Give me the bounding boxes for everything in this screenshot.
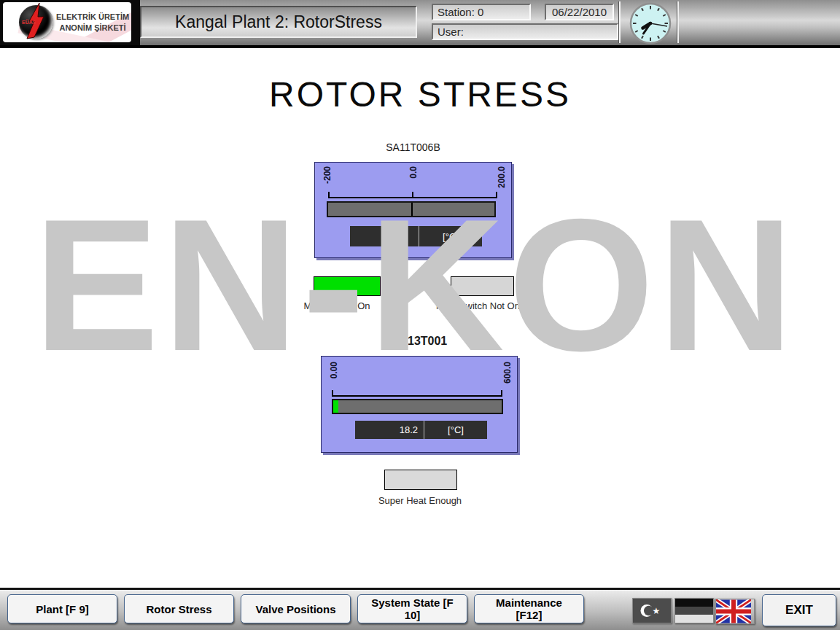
gauge2-tag: SA13T001 bbox=[321, 335, 518, 348]
gauge1-scale-max: 200.0 bbox=[497, 166, 507, 188]
euas-badge-text: EÜAŞ bbox=[22, 20, 36, 25]
gauge1-zero-marker bbox=[411, 203, 413, 216]
euas-logo-panel: EÜAŞ ELEKTRİK ÜRETİM ANONİM ŞİRKETİ bbox=[3, 2, 131, 42]
clock-icon bbox=[628, 2, 673, 47]
system-state-button[interactable]: System State [F 10] bbox=[357, 594, 467, 623]
gauge2-value-box: 18.2 [°C] bbox=[355, 421, 487, 439]
svg-text:★: ★ bbox=[653, 606, 661, 616]
gauge1-bar bbox=[327, 201, 496, 217]
super-heat-label: Super Heat Enough bbox=[347, 495, 493, 506]
logo-area: EÜAŞ ELEKTRİK ÜRETİM ANONİM ŞİRKETİ bbox=[0, 0, 140, 45]
gauge2-unit: [°C] bbox=[424, 421, 487, 439]
main-switch-on-lamp bbox=[314, 276, 381, 296]
top-bar: EÜAŞ ELEKTRİK ÜRETİM ANONİM ŞİRKETİ Kang… bbox=[0, 0, 840, 48]
gauge1-value bbox=[350, 226, 419, 246]
german-flag-button[interactable] bbox=[674, 598, 714, 623]
bottom-bar: Plant [F 9] Rotor Stress Valve Positions… bbox=[0, 588, 840, 630]
gauge2-bar bbox=[332, 399, 503, 414]
turkish-flag-button[interactable]: ★ bbox=[632, 598, 672, 623]
date-display: 06/22/2010 bbox=[545, 4, 614, 20]
company-line2: ANONİM ŞİRKETİ bbox=[54, 23, 131, 34]
page-title: ROTOR STRESS bbox=[0, 74, 840, 114]
divider bbox=[677, 1, 679, 43]
gauge1-value-box: [°C] bbox=[350, 226, 482, 246]
company-line1: ELEKTRİK ÜRETİM bbox=[54, 12, 131, 23]
maintenance-button[interactable]: Maintenance [F12] bbox=[474, 594, 584, 623]
main-switch-not-on-label: Main Switch Not On bbox=[414, 300, 542, 311]
gauge1-scale-line bbox=[328, 192, 497, 198]
gauge1-tag: SA11T006B bbox=[314, 141, 512, 153]
gauge1-scale-mid: 0.0 bbox=[408, 166, 419, 179]
user-field[interactable]: User: bbox=[432, 23, 618, 40]
gauge1-unit: [°C] bbox=[419, 226, 482, 246]
main-switch-not-on-lamp bbox=[451, 276, 514, 296]
divider bbox=[619, 1, 621, 43]
exit-button[interactable]: EXIT bbox=[762, 594, 836, 626]
gauge1-scale-min: -200 bbox=[322, 166, 332, 184]
valve-positions-button[interactable]: Valve Positions bbox=[241, 594, 351, 623]
gauge2: 0.00 600.0 18.2 [°C] bbox=[321, 356, 518, 453]
gauge1: -200 0.0 200.0 [°C] bbox=[314, 162, 512, 258]
rotor-stress-screen: EÜAŞ ELEKTRİK ÜRETİM ANONİM ŞİRKETİ Kang… bbox=[0, 0, 840, 630]
gauge2-scale-min: 0.00 bbox=[329, 362, 339, 378]
gauge2-scale-line bbox=[332, 390, 502, 397]
main-switch-on-label: Main Switch On bbox=[279, 300, 395, 311]
plant-button[interactable]: Plant [F 9] bbox=[7, 594, 117, 623]
screen-title: Kangal Plant 2: RotorStress bbox=[140, 6, 417, 38]
station-display: Station: 0 bbox=[432, 4, 531, 20]
german-flag-icon bbox=[675, 599, 713, 623]
gauge2-scale-max: 600.0 bbox=[502, 362, 513, 384]
gauge2-bar-fill bbox=[333, 400, 338, 413]
rotor-stress-button[interactable]: Rotor Stress bbox=[124, 594, 234, 623]
company-name: ELEKTRİK ÜRETİM ANONİM ŞİRKETİ bbox=[54, 12, 131, 34]
gauge2-value: 18.2 bbox=[355, 421, 424, 439]
super-heat-lamp bbox=[384, 470, 457, 490]
british-flag-icon bbox=[716, 599, 751, 623]
turkish-flag-icon: ★ bbox=[633, 599, 671, 623]
british-flag-button[interactable] bbox=[715, 599, 755, 624]
